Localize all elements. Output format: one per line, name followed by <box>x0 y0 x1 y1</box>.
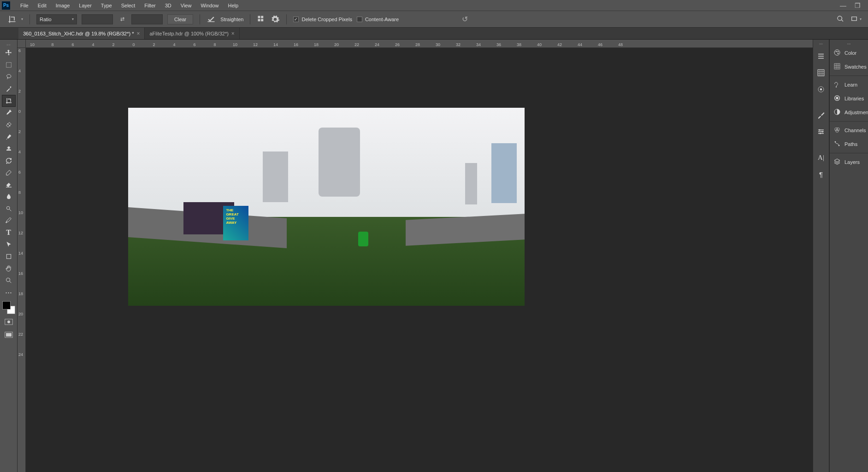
gradient-tool[interactable] <box>2 179 16 191</box>
search-icon[interactable] <box>837 15 844 23</box>
close-icon[interactable]: × <box>231 30 235 37</box>
ratio-height-input[interactable] <box>131 14 163 24</box>
menu-view[interactable]: View <box>176 1 196 10</box>
dock-grip-icon[interactable]: »» <box>819 42 823 46</box>
document-tab[interactable]: 360_0163_Stitch_XHC.hdr @ 19.8% (RGB/32*… <box>18 28 145 39</box>
panel-tab-label: Learn <box>844 82 857 87</box>
ruler-vertical[interactable]: 642024681012141618202224 <box>18 48 26 472</box>
magic-wand-tool[interactable] <box>2 83 16 95</box>
shape-tool[interactable] <box>2 251 16 262</box>
libraries-icon <box>833 94 841 103</box>
color-swatches[interactable] <box>2 301 15 314</box>
tool-preset-dropdown-icon[interactable]: ▾ <box>21 17 23 21</box>
ruler-tick: 28 <box>415 42 420 47</box>
info-panel-icon[interactable] <box>815 83 827 96</box>
canvas-stage[interactable]: THE GREAT GIVE AWAY <box>26 48 813 472</box>
paths-icon <box>833 140 841 148</box>
menu-layer[interactable]: Layer <box>74 1 96 10</box>
hand-tool[interactable] <box>2 262 16 274</box>
ruler-tick: 34 <box>476 42 481 47</box>
close-icon[interactable]: × <box>136 30 140 37</box>
healing-brush-tool[interactable] <box>2 119 16 131</box>
panel-tab-color[interactable]: Color <box>830 46 868 60</box>
path-select-tool[interactable] <box>2 239 16 251</box>
ruler-tick: 16 <box>294 42 298 47</box>
panel-tab-swatches[interactable]: Swatches <box>830 60 868 74</box>
menu-help[interactable]: Help <box>224 1 243 10</box>
brush-settings-panel-icon[interactable] <box>815 109 827 122</box>
eyedropper-tool[interactable] <box>2 107 16 119</box>
crop-tool-icon[interactable] <box>7 15 17 24</box>
menu-image[interactable]: Image <box>51 1 75 10</box>
delete-cropped-checkbox[interactable]: ✓ Delete Cropped Pixels <box>293 17 352 22</box>
lasso-tool[interactable] <box>2 71 16 83</box>
panel-tab-adjustments[interactable]: Adjustments <box>830 105 868 119</box>
type-tool[interactable]: T <box>2 227 16 239</box>
ratio-width-input[interactable] <box>82 14 113 24</box>
history-panel-icon[interactable] <box>815 50 827 63</box>
panel-tab-channels[interactable]: Channels <box>830 123 868 137</box>
menu-select[interactable]: Select <box>117 1 140 10</box>
paragraph-panel-icon[interactable]: ¶ <box>815 168 827 181</box>
menu-window[interactable]: Window <box>196 1 223 10</box>
content-aware-checkbox[interactable]: Content-Aware <box>357 17 399 22</box>
dodge-tool[interactable] <box>2 203 16 215</box>
panel-tab-label: Swatches <box>844 64 867 70</box>
straighten-icon[interactable] <box>207 15 216 24</box>
svg-point-2 <box>6 278 10 282</box>
document-tab[interactable]: aFliteTestp.hdr @ 100% (RGB/32*) × <box>145 28 239 39</box>
blur-tool[interactable] <box>2 191 16 203</box>
panel-tab-layers[interactable]: Layers <box>830 155 868 169</box>
history-brush-tool[interactable] <box>2 155 16 167</box>
learn-icon <box>833 81 841 89</box>
edit-toolbar-icon[interactable]: ⋯ <box>2 286 16 298</box>
aspect-ratio-value: Ratio <box>40 17 52 22</box>
menu-filter[interactable]: Filter <box>140 1 160 10</box>
ruler-tick: 12 <box>253 42 258 47</box>
svg-rect-7 <box>818 70 824 76</box>
crop-tool[interactable] <box>2 95 16 107</box>
zoom-tool[interactable] <box>2 274 16 286</box>
reset-crop-icon[interactable]: ↺ <box>459 15 471 24</box>
ruler-tick: 40 <box>537 42 542 47</box>
brush-tool[interactable] <box>2 131 16 143</box>
window-minimize-icon[interactable]: — <box>840 2 846 9</box>
aspect-ratio-dropdown[interactable]: Ratio ▾ <box>36 14 77 24</box>
clear-button[interactable]: Clear <box>167 14 193 24</box>
panel-tab-learn[interactable]: Learn <box>830 78 868 92</box>
adjustments-panel-icon[interactable] <box>815 125 827 138</box>
crop-options-gear-icon[interactable] <box>271 15 280 24</box>
ruler-tick: 6 <box>193 42 195 47</box>
menu-file[interactable]: File <box>16 1 33 10</box>
properties-panel-icon[interactable] <box>815 66 827 79</box>
character-panel-icon[interactable]: A| <box>815 151 827 164</box>
document-image[interactable]: THE GREAT GIVE AWAY <box>128 108 525 306</box>
menu-edit[interactable]: Edit <box>33 1 51 10</box>
menu-3d[interactable]: 3D <box>160 1 176 10</box>
eraser-tool[interactable] <box>2 167 16 179</box>
quick-mask-icon[interactable] <box>3 317 15 327</box>
dock-grip-icon[interactable]: »» <box>830 42 868 46</box>
toolbox-grip-icon[interactable]: «« <box>0 42 17 47</box>
swap-dimensions-icon[interactable]: ⇄ <box>118 15 127 24</box>
screen-mode-icon[interactable] <box>3 330 15 340</box>
foreground-color-swatch[interactable] <box>2 301 11 309</box>
overlay-grid-icon[interactable] <box>257 15 266 24</box>
pen-tool[interactable] <box>2 215 16 227</box>
ruler-origin[interactable] <box>18 40 26 48</box>
panel-tab-libraries[interactable]: Libraries <box>830 92 868 105</box>
clone-stamp-tool[interactable] <box>2 143 16 155</box>
window-restore-icon[interactable]: ❐ <box>855 2 861 9</box>
straighten-label[interactable]: Straighten <box>220 17 243 22</box>
ruler-horizontal[interactable]: 1086420246810121416182022242628303234363… <box>26 40 813 48</box>
workspace-switcher-icon[interactable]: ▾ <box>850 16 862 23</box>
ruler-tick: 2 <box>18 89 21 93</box>
panel-tab-paths[interactable]: Paths <box>830 137 868 151</box>
menu-type[interactable]: Type <box>96 1 117 10</box>
move-tool[interactable] <box>2 47 16 59</box>
rect-select-tool[interactable] <box>2 59 16 71</box>
panel-tab-label: Paths <box>844 141 857 147</box>
ruler-tick: 20 <box>334 42 339 47</box>
ruler-tick: 4 <box>92 42 94 47</box>
ruler-tick: 30 <box>436 42 440 47</box>
